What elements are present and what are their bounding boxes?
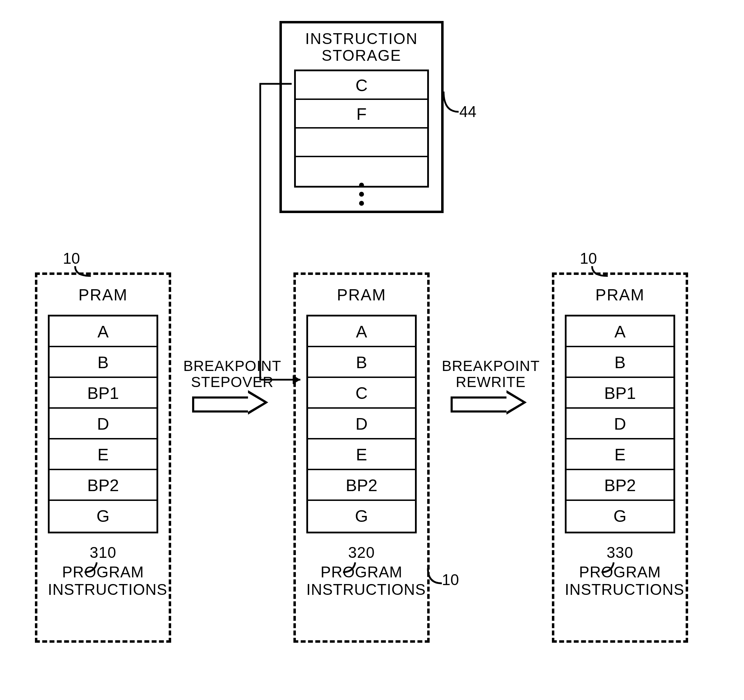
tick-connector — [83, 561, 107, 574]
pram-cell: B — [50, 347, 156, 378]
pram-cell: BP1 — [567, 378, 673, 409]
pram-caption-l2: INSTRUCTIONS — [565, 581, 684, 598]
pram-table: A B BP1 D E BP2 G — [48, 315, 158, 533]
pram-ref-num: 320 — [307, 544, 417, 561]
pram-ref-num: 310 — [48, 544, 158, 561]
transition-label: BREAKPOINT REWRITE — [430, 358, 552, 390]
arrow-right-icon — [192, 394, 272, 411]
storage-cell: F — [296, 100, 427, 128]
pram-cell: G — [567, 501, 673, 532]
ref-10-connector-1 — [73, 265, 94, 280]
transition-stepover: BREAKPOINT STEPOVER — [171, 358, 293, 411]
transition-label: BREAKPOINT STEPOVER — [171, 358, 293, 390]
pram-cell: A — [308, 316, 415, 347]
tick-connector — [341, 561, 366, 574]
pram-title: PRAM — [565, 285, 675, 304]
instruction-storage-title: INSTRUCTION STORAGE — [294, 30, 429, 64]
pram-box-320: PRAM A B C D E BP2 G 320 PROGRAM INSTRUC… — [293, 273, 430, 643]
pram-cell: BP2 — [50, 470, 156, 501]
instruction-storage-table: C F — [294, 70, 429, 188]
pram-title: PRAM — [307, 285, 417, 304]
transition-rewrite: BREAKPOINT REWRITE — [430, 358, 552, 411]
instruction-storage-title-l1: INSTRUCTION — [305, 30, 418, 47]
pram-title: PRAM — [48, 285, 158, 304]
instruction-storage-title-l2: STORAGE — [322, 47, 401, 64]
ref-10-label: 10 — [63, 250, 80, 267]
pram-box-310: PRAM A B BP1 D E BP2 G 310 PROGRAM INSTR… — [35, 273, 171, 643]
pram-cell: B — [308, 347, 415, 378]
pram-cell: E — [567, 439, 673, 470]
pram-table: A B BP1 D E BP2 G — [565, 315, 675, 533]
pram-cell: BP2 — [308, 470, 415, 501]
storage-cell — [296, 157, 427, 186]
pram-cell: G — [308, 501, 415, 532]
pram-caption-l2: INSTRUCTIONS — [48, 581, 167, 598]
transition-label-l2: REWRITE — [456, 374, 526, 390]
pram-cell: E — [308, 439, 415, 470]
dot-icon — [359, 183, 364, 188]
transition-label-l1: BREAKPOINT — [183, 358, 281, 374]
pram-cell: E — [50, 439, 156, 470]
storage-cell — [296, 128, 427, 157]
pram-cell: B — [567, 347, 673, 378]
pram-cell: D — [567, 409, 673, 439]
pram-cell: BP1 — [50, 378, 156, 409]
pram-cell: D — [308, 409, 415, 439]
ref-10-label: 10 — [580, 250, 597, 267]
pram-cell: C — [308, 378, 415, 409]
arrow-right-icon — [451, 394, 531, 411]
pram-cell: BP2 — [567, 470, 673, 501]
pram-cell: D — [50, 409, 156, 439]
ref-44-connector — [443, 91, 464, 119]
dot-icon — [359, 192, 364, 197]
ref-10-connector-3 — [590, 265, 611, 280]
vertical-ellipsis — [359, 183, 364, 206]
pram-cell: A — [50, 316, 156, 347]
tick-connector — [600, 561, 624, 574]
pram-cell: G — [50, 501, 156, 532]
transition-label-l2: STEPOVER — [191, 374, 274, 390]
pram-box-330: PRAM A B BP1 D E BP2 G 330 PROGRAM INSTR… — [552, 273, 688, 643]
ref-10-connector-2 — [426, 567, 447, 588]
transition-label-l1: BREAKPOINT — [442, 358, 540, 374]
diagram-root: INSTRUCTION STORAGE C F 44 PRAM A B BP1 … — [35, 21, 709, 678]
pram-caption-l2: INSTRUCTIONS — [307, 581, 426, 598]
pram-ref-num: 330 — [565, 544, 675, 561]
storage-cell: C — [296, 71, 427, 100]
dot-icon — [359, 201, 364, 206]
pram-table: A B C D E BP2 G — [307, 315, 417, 533]
pram-cell: A — [567, 316, 673, 347]
